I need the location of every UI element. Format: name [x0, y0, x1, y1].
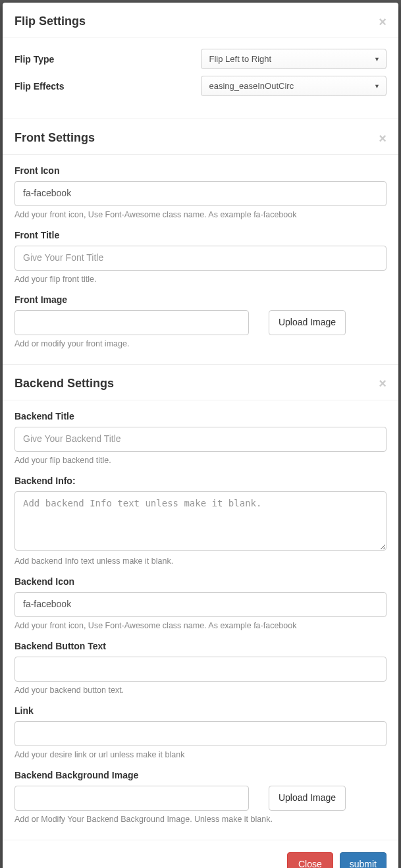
flip-effects-select[interactable]: easing_easeInOutCirc: [201, 76, 387, 96]
backend-button-text-group: Backend Button Text Add your backend but…: [14, 641, 387, 695]
front-upload-image-button[interactable]: Upload Image: [269, 310, 346, 335]
backend-bg-image-label: Backend Background Image: [14, 770, 387, 780]
front-image-group: Front Image Upload Image Add or modify y…: [14, 294, 387, 348]
flip-effects-row: Flip Effects easing_easeInOutCirc: [14, 76, 387, 96]
backend-title-group: Backend Title Add your flip backend titl…: [14, 411, 387, 465]
backend-icon-group: Backend Icon Add your front icon, Use Fo…: [14, 576, 387, 630]
backend-info-label: Backend Info:: [14, 475, 387, 486]
flip-settings-body: Flip Type Flip Left to Right Flip Effect…: [3, 38, 398, 119]
front-title-input[interactable]: [14, 246, 387, 271]
backend-link-help: Add your desire link or url unless make …: [14, 750, 387, 759]
front-image-help: Add or modify your front image.: [14, 339, 387, 348]
front-image-input[interactable]: [14, 310, 249, 335]
backend-icon-input[interactable]: [14, 592, 387, 617]
close-icon[interactable]: ×: [379, 377, 387, 390]
flip-effects-label: Flip Effects: [14, 81, 201, 92]
front-icon-label: Front Icon: [14, 165, 387, 176]
front-title-label: Front Title: [14, 230, 387, 240]
front-settings-title: Front Settings: [14, 131, 95, 145]
front-image-label: Front Image: [14, 294, 387, 305]
backend-button-text-input[interactable]: [14, 657, 387, 682]
backend-info-help: Add backend Info text unless make it bla…: [14, 556, 387, 566]
front-title-group: Front Title Add your flip front title.: [14, 230, 387, 284]
front-settings-header: Front Settings ×: [3, 119, 398, 155]
front-settings-panel: Front Settings × Front Icon Add your fro…: [3, 119, 398, 365]
backend-info-group: Backend Info: Add backend Info text unle…: [14, 475, 387, 566]
backend-settings-header: Backend Settings ×: [3, 365, 398, 400]
settings-modal: Flip Settings × Flip Type Flip Left to R…: [3, 3, 398, 868]
flip-type-select[interactable]: Flip Left to Right: [201, 49, 387, 69]
close-button[interactable]: Close: [287, 852, 333, 868]
flip-settings-panel: Flip Settings × Flip Type Flip Left to R…: [3, 3, 398, 119]
front-icon-input[interactable]: [14, 181, 387, 206]
backend-title-help: Add your flip backend title.: [14, 456, 387, 465]
backend-title-input[interactable]: [14, 427, 387, 452]
modal-footer: Close submit: [3, 840, 398, 868]
front-icon-group: Front Icon Add your front icon, Use Font…: [14, 165, 387, 219]
backend-settings-panel: Backend Settings × Backend Title Add you…: [3, 365, 398, 840]
backend-link-group: Link Add your desire link or url unless …: [14, 705, 387, 759]
backend-button-text-label: Backend Button Text: [14, 641, 387, 651]
flip-settings-title: Flip Settings: [14, 14, 86, 28]
backend-title-label: Backend Title: [14, 411, 387, 421]
submit-button[interactable]: submit: [340, 852, 387, 868]
close-icon[interactable]: ×: [379, 15, 387, 28]
backend-icon-label: Backend Icon: [14, 576, 387, 587]
close-icon[interactable]: ×: [379, 132, 387, 145]
backend-link-label: Link: [14, 705, 387, 716]
backend-settings-title: Backend Settings: [14, 377, 114, 391]
front-title-help: Add your flip front title.: [14, 275, 387, 284]
flip-type-row: Flip Type Flip Left to Right: [14, 49, 387, 69]
backend-settings-body: Backend Title Add your flip backend titl…: [3, 400, 398, 840]
front-icon-help: Add your front icon, Use Font-Awesome cl…: [14, 210, 387, 219]
backend-bg-image-input[interactable]: [14, 786, 249, 811]
flip-type-label: Flip Type: [14, 54, 201, 65]
backend-info-textarea[interactable]: [14, 491, 387, 551]
front-settings-body: Front Icon Add your front icon, Use Font…: [3, 155, 398, 364]
backend-icon-help: Add your front icon, Use Font-Awesome cl…: [14, 621, 387, 630]
flip-settings-header: Flip Settings ×: [3, 3, 398, 38]
backend-bg-image-group: Backend Background Image Upload Image Ad…: [14, 770, 387, 824]
backend-button-text-help: Add your backend button text.: [14, 686, 387, 695]
backend-link-input[interactable]: [14, 721, 387, 746]
backend-bg-image-help: Add or Modify Your Backend Background Im…: [14, 815, 387, 824]
backend-upload-image-button[interactable]: Upload Image: [269, 786, 346, 811]
